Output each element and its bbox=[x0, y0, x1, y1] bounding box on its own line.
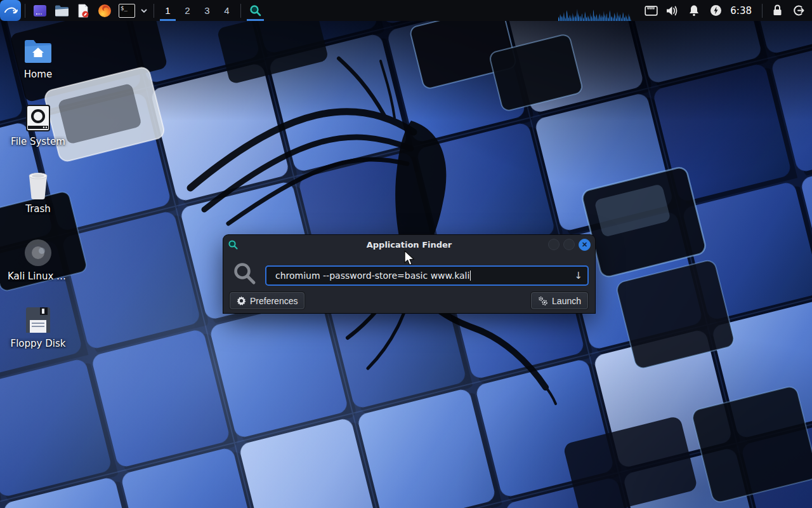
terminal-prompt-text: $_ bbox=[121, 5, 128, 17]
panel-separator bbox=[240, 4, 241, 18]
text-caret bbox=[470, 271, 471, 281]
desktop-icon-label: Floppy Disk bbox=[8, 338, 69, 349]
gear-icon bbox=[237, 296, 246, 305]
desktop: $_ 1 2 3 4 bbox=[0, 0, 812, 508]
desktop-icon-label: Trash bbox=[8, 203, 69, 215]
search-icon bbox=[232, 261, 258, 286]
workspace-1[interactable]: 1 bbox=[158, 0, 178, 21]
desktop-icon-kali-docs[interactable]: Kali Linux a… bbox=[8, 237, 69, 282]
volume-icon[interactable] bbox=[662, 0, 683, 21]
mouse-cursor bbox=[403, 250, 417, 267]
home-folder-icon bbox=[23, 37, 53, 64]
notifications-bell-icon[interactable] bbox=[683, 0, 705, 21]
workspace-2[interactable]: 2 bbox=[178, 0, 197, 21]
panel-separator bbox=[154, 4, 154, 18]
desktop-icon-file-system[interactable]: File System bbox=[8, 103, 69, 147]
minimize-button[interactable] bbox=[548, 239, 560, 250]
terminal-icon[interactable]: $_ bbox=[115, 0, 138, 21]
window-title: Application Finder bbox=[223, 240, 595, 250]
preferences-button[interactable]: Preferences bbox=[230, 292, 304, 309]
search-icon bbox=[249, 4, 263, 18]
chevron-down-icon[interactable] bbox=[138, 0, 150, 21]
maximize-button[interactable] bbox=[563, 239, 575, 250]
network-icon[interactable] bbox=[640, 0, 662, 21]
lock-icon[interactable] bbox=[766, 0, 788, 21]
window-icon bbox=[32, 3, 48, 18]
application-finder-window: Application Finder ✕ chromium --password… bbox=[223, 235, 595, 313]
folder-icon bbox=[54, 3, 70, 18]
panel-separator bbox=[762, 4, 763, 18]
workspace-4[interactable]: 4 bbox=[217, 0, 237, 21]
desktop-icon-label: Kali Linux a… bbox=[8, 271, 69, 282]
floppy-icon bbox=[25, 306, 51, 334]
appfinder-panel-button[interactable] bbox=[245, 0, 266, 21]
file-manager-icon[interactable] bbox=[51, 0, 72, 21]
launch-gears-icon bbox=[538, 296, 548, 306]
desktop-icon-home[interactable]: Home bbox=[8, 36, 69, 80]
history-dropdown-arrow-icon[interactable]: ↓ bbox=[574, 270, 582, 281]
applications-menu-button[interactable] bbox=[0, 0, 21, 21]
launch-button[interactable]: Launch bbox=[531, 292, 588, 309]
document-icon bbox=[75, 3, 91, 18]
command-text: chromium --password-store=basic www.kali bbox=[275, 271, 469, 281]
command-input[interactable]: chromium --password-store=basic www.kali bbox=[265, 265, 589, 286]
workspace-3[interactable]: 3 bbox=[197, 0, 217, 21]
dotfiles-app-icon[interactable] bbox=[29, 0, 51, 21]
desktop-icon-label: Home bbox=[8, 69, 69, 80]
trash-icon bbox=[25, 171, 51, 200]
drive-icon bbox=[25, 104, 51, 132]
desktop-icon-floppy-disk[interactable]: Floppy Disk bbox=[8, 305, 69, 349]
close-button[interactable]: ✕ bbox=[579, 239, 591, 251]
top-panel: $_ 1 2 3 4 bbox=[0, 0, 812, 21]
kali-logo-icon bbox=[3, 3, 18, 18]
clock[interactable]: 6:38 bbox=[730, 5, 752, 17]
desktop-icon-trash[interactable]: Trash bbox=[8, 170, 69, 215]
panel-separator bbox=[25, 4, 25, 18]
power-manager-icon[interactable] bbox=[705, 0, 726, 21]
cpu-graph-icon[interactable] bbox=[558, 4, 631, 21]
text-editor-icon[interactable] bbox=[72, 0, 94, 21]
desktop-icon-label: File System bbox=[8, 136, 69, 147]
firefox-icon[interactable] bbox=[94, 0, 115, 21]
logout-icon[interactable] bbox=[788, 0, 809, 21]
ghost-app-icon bbox=[23, 238, 53, 267]
